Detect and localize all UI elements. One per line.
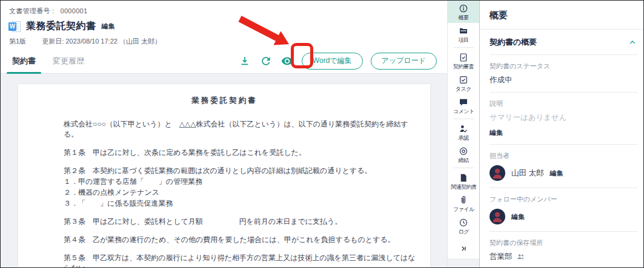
tabs: 契約書 変更履歴 [7, 48, 96, 73]
nav-divider [453, 47, 474, 48]
meta-row: 第1版 更新日: 2023/08/10 17:22 （山田 太郎） [1, 33, 447, 46]
page-title: 業務委託契約書 [26, 20, 96, 33]
doc-line: 第１条 甲は乙に対し、次条に定める業務を委託し乙はこれを受託した。 [64, 148, 422, 158]
doc-line: 第２条 本契約に基づく委託業務の範囲は次の通りとし内容の詳細は別紙記載の通りとす… [64, 166, 422, 176]
description-edit-link[interactable]: 編集 [490, 128, 634, 137]
version-label: 第1版 [9, 37, 26, 46]
status-value: 作成中 [490, 75, 634, 85]
tabs-toolbar-row: 契約書 変更履歴 Wordで編集 アップロード [1, 48, 447, 74]
doc-number-label: 文書管理番号 : [9, 7, 55, 15]
seal-icon [459, 146, 468, 156]
panel-title: 概要 [480, 1, 643, 30]
overview-panel: 概要 契約書の概要 契約書のステータス 作成中 説明 サマリーはありません 編集… [479, 1, 643, 267]
doc-line: 株式会社○○○（以下甲という）と △△△株式会社（以下乙という）は、以下の通り業… [64, 119, 422, 140]
contract-overview-section-header[interactable]: 契約書の概要 [490, 30, 637, 55]
nav-items[interactable]: 項目 [448, 23, 479, 45]
main-content: 文書管理番号 :0000001 W 業務委託契約書 編集 第1版 更新日: 20… [1, 1, 447, 267]
download-icon[interactable] [238, 54, 251, 68]
nav-files[interactable]: ファイル [448, 192, 479, 215]
nav-conclusion[interactable]: 締結 [448, 143, 479, 166]
doc-line: ２．機器の点検メンテナンス [64, 188, 422, 198]
section-title: 契約書の概要 [490, 37, 537, 48]
owner-edit-link[interactable]: 編集 [549, 169, 563, 178]
folder-icon [459, 26, 468, 36]
nav-divider [453, 168, 474, 168]
description-empty-text: サマリーはありません [490, 113, 634, 123]
word-file-icon: W [8, 21, 21, 33]
document-viewer: 業務委託契約書 株式会社○○○（以下甲という）と △△△株式会社（以下乙という）… [1, 74, 447, 267]
status-label: 契約書のステータス [490, 62, 634, 71]
info-icon [459, 4, 468, 13]
doc-line: 業務委託契約書 [64, 96, 385, 106]
doc-number-row: 文書管理番号 :0000001 [1, 1, 447, 16]
owner-field: 担当者 山田 太郎 編集 [480, 145, 643, 181]
doc-line: ３．「 」に係る販売促進業務 [64, 198, 422, 209]
doc-line: １．甲の運営する店舗「 」の管理業務 [64, 177, 422, 187]
contract-document-page: 業務委託契約書 株式会社○○○（以下甲という）と △△△株式会社（以下乙という）… [18, 84, 430, 267]
nav-divider [453, 119, 474, 119]
doc-check-icon [459, 53, 468, 62]
followers-row: 編集 [490, 209, 634, 224]
nav-related-contracts[interactable]: 関連契約書 [448, 170, 479, 192]
followers-label: フォロー中のメンバー [490, 195, 634, 204]
doc-line: 第５条 甲乙双方は、本契約の履行により知り得た相手方の営業上又は技術上の識を第三… [64, 253, 422, 267]
description-field: 説明 サマリーはありません 編集 [480, 93, 643, 137]
tab-change-history[interactable]: 変更履歴 [47, 48, 90, 73]
description-label: 説明 [490, 99, 634, 108]
person-icon [490, 209, 505, 224]
owner-label: 担当者 [490, 151, 634, 160]
collapse-right-icon [459, 244, 468, 253]
refresh-icon[interactable] [259, 54, 273, 68]
person-check-icon [459, 124, 468, 134]
location-label: 契約書の保存場所 [490, 238, 634, 247]
location-value: 営業部 [490, 252, 513, 262]
nav-collapse[interactable] [448, 241, 479, 256]
person-icon [490, 165, 505, 181]
nav-comments[interactable]: コメント [448, 94, 479, 117]
nav-log[interactable]: ログ [448, 215, 479, 237]
toolbar: Wordで編集 アップロード [238, 53, 437, 70]
word-edit-button[interactable]: Wordで編集 [302, 53, 363, 70]
comment-icon [459, 97, 468, 107]
nav-approval[interactable]: 承認 [448, 121, 479, 143]
nav-overview[interactable]: 概要 [448, 1, 479, 23]
nav-contract-review[interactable]: 契約審査 [448, 50, 479, 72]
clock-icon [459, 218, 468, 227]
status-field: 契約書のステータス 作成中 [480, 55, 643, 85]
owner-row: 山田 太郎 編集 [490, 165, 634, 181]
preview-eye-icon[interactable] [281, 54, 294, 68]
doc-line: 第３条 甲は乙に対し、委託料として月額 円を前月の末日までに支払う。 [64, 217, 422, 227]
group-icon [516, 252, 525, 261]
app-window: 文書管理番号 :0000001 W 業務委託契約書 編集 第1版 更新日: 20… [0, 0, 644, 268]
doc-line: 第４条 乙が業務の遂行のため、その他の費用を要した場合には、甲がこれを負担するも… [64, 235, 422, 245]
checkbox-icon [459, 75, 468, 85]
upload-button[interactable]: アップロード [371, 53, 437, 70]
title-row: W 業務委託契約書 編集 [1, 16, 447, 33]
paperclip-icon [459, 195, 468, 205]
tab-contract[interactable]: 契約書 [7, 48, 41, 73]
updated-label: 更新日: 2023/08/10 17:22 （山田 太郎） [42, 37, 161, 46]
title-edit-link[interactable]: 編集 [102, 22, 115, 31]
chevron-up-icon[interactable] [628, 38, 637, 47]
owner-name: 山田 太郎 [511, 168, 543, 178]
side-icon-nav: 概要 項目 契約審査 タスク コメント 承認 [447, 1, 479, 267]
doc-number-value: 0000001 [61, 7, 88, 15]
follower-avatar [490, 209, 505, 224]
followers-edit-link[interactable]: 編集 [511, 212, 525, 221]
nav-tasks[interactable]: タスク [448, 72, 479, 94]
document-icon [459, 173, 468, 183]
owner-avatar [490, 165, 505, 181]
followers-field: フォロー中のメンバー 編集 [480, 188, 643, 224]
location-field: 契約書の保存場所 営業部 [480, 232, 643, 262]
